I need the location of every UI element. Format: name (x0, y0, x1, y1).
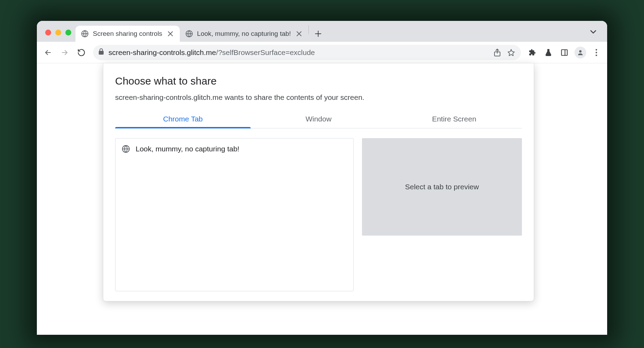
browser-window: Screen sharing controls Look, mummy, no … (37, 21, 607, 335)
new-tab-button[interactable] (312, 27, 325, 40)
lock-icon (98, 48, 104, 57)
tab-title: Screen sharing controls (93, 30, 162, 38)
tab-title: Look, mummy, no capturing tab! (197, 30, 291, 38)
globe-icon (122, 145, 130, 153)
back-button[interactable] (40, 45, 56, 60)
svg-point-8 (596, 52, 597, 53)
dialog-title: Choose what to share (115, 75, 522, 87)
profile-button[interactable] (573, 45, 588, 60)
avatar-icon (574, 47, 586, 58)
share-dialog: Choose what to share screen-sharing-cont… (103, 63, 534, 301)
share-type-tabs: Chrome Tab Window Entire Screen (115, 111, 522, 128)
shareable-tab-list[interactable]: Look, mummy, no capturing tab! (115, 138, 354, 291)
star-icon[interactable] (506, 49, 516, 56)
share-tab-entire-screen[interactable]: Entire Screen (386, 111, 522, 128)
reload-button[interactable] (74, 45, 89, 60)
browser-tab-active[interactable]: Screen sharing controls (75, 26, 180, 42)
labs-icon[interactable] (541, 45, 556, 60)
url-path: /?selfBrowserSurface=exclude (216, 48, 315, 56)
extensions-icon[interactable] (525, 45, 540, 60)
tab-close-button[interactable] (295, 30, 303, 38)
tab-close-button[interactable] (167, 30, 174, 38)
page-content: Choose what to share screen-sharing-cont… (37, 63, 607, 335)
toolbar-actions (525, 45, 604, 60)
dialog-subtitle: screen-sharing-controls.glitch.me wants … (115, 93, 522, 102)
address-bar[interactable]: screen-sharing-controls.glitch.me/?selfB… (93, 45, 521, 60)
toolbar: screen-sharing-controls.glitch.me/?selfB… (37, 42, 607, 63)
side-panel-icon[interactable] (557, 45, 572, 60)
svg-rect-4 (562, 49, 567, 55)
share-content: Look, mummy, no capturing tab! Select a … (115, 128, 522, 291)
globe-icon (185, 30, 193, 38)
share-icon[interactable] (492, 49, 502, 56)
tabstrip-actions (587, 26, 603, 42)
shareable-tab-title: Look, mummy, no capturing tab! (136, 145, 239, 153)
share-tab-chrome-tab[interactable]: Chrome Tab (115, 111, 251, 128)
tab-search-button[interactable] (587, 26, 599, 38)
globe-icon (81, 30, 89, 38)
window-close-button[interactable] (45, 30, 51, 35)
shareable-tab-item[interactable]: Look, mummy, no capturing tab! (115, 141, 353, 157)
chrome-menu-button[interactable] (589, 45, 604, 60)
svg-point-9 (596, 54, 597, 56)
browser-tabs: Screen sharing controls Look, mummy, no … (75, 21, 587, 42)
url-host: screen-sharing-controls.glitch.me (108, 48, 216, 56)
forward-button[interactable] (57, 45, 72, 60)
window-controls (41, 30, 75, 42)
svg-rect-2 (99, 51, 104, 55)
browser-tab[interactable]: Look, mummy, no capturing tab! (180, 26, 308, 42)
tab-separator (308, 25, 309, 34)
tab-strip: Screen sharing controls Look, mummy, no … (37, 21, 607, 42)
window-fullscreen-button[interactable] (65, 30, 71, 35)
preview-placeholder: Select a tab to preview (362, 138, 522, 236)
window-minimize-button[interactable] (55, 30, 61, 35)
svg-point-6 (579, 50, 582, 53)
url-text: screen-sharing-controls.glitch.me/?selfB… (108, 48, 488, 57)
share-tab-window[interactable]: Window (251, 111, 386, 128)
preview-pane: Select a tab to preview (362, 138, 522, 291)
svg-point-7 (596, 49, 597, 50)
